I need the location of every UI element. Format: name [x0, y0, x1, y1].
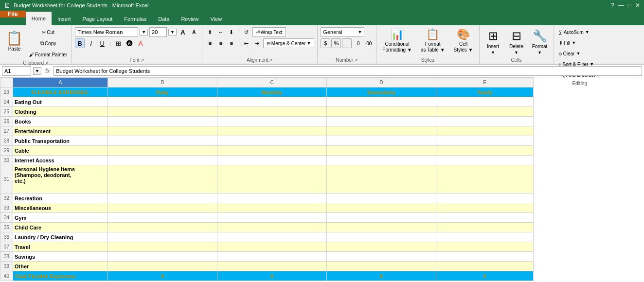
table-cell[interactable]: [436, 232, 534, 242]
table-cell[interactable]: Cable: [13, 146, 108, 156]
font-expand-icon[interactable]: ↗: [141, 58, 144, 63]
borders-button[interactable]: ⊞: [113, 38, 123, 48]
table-cell[interactable]: [217, 156, 327, 165]
table-cell[interactable]: [327, 242, 436, 252]
table-cell[interactable]: [327, 194, 436, 203]
table-cell[interactable]: Miscellaneous: [13, 203, 108, 213]
table-cell[interactable]: [436, 252, 534, 262]
tab-formulas[interactable]: Formulas: [118, 13, 152, 25]
table-cell[interactable]: [217, 194, 327, 203]
currency-button[interactable]: $: [321, 38, 330, 48]
table-cell[interactable]: [327, 97, 436, 107]
tab-review[interactable]: Review: [175, 13, 204, 25]
decrease-font-button[interactable]: A: [189, 27, 199, 37]
table-cell[interactable]: 0: [327, 271, 436, 281]
underline-button[interactable]: U: [97, 38, 107, 48]
table-cell[interactable]: [436, 107, 534, 117]
table-cell[interactable]: [217, 232, 327, 242]
col-header-e[interactable]: E: [436, 78, 534, 88]
table-cell[interactable]: [436, 165, 534, 194]
align-middle-button[interactable]: ↔: [216, 27, 226, 37]
table-cell[interactable]: [108, 97, 217, 107]
wrap-text-button[interactable]: ⏎ Wrap Text: [252, 27, 286, 37]
table-cell[interactable]: [327, 165, 436, 194]
tab-data[interactable]: Data: [152, 13, 175, 25]
table-cell[interactable]: [217, 262, 327, 271]
table-cell[interactable]: [327, 107, 436, 117]
italic-button[interactable]: I: [86, 38, 96, 48]
table-cell[interactable]: [327, 117, 436, 126]
table-cell[interactable]: [327, 146, 436, 156]
table-cell[interactable]: Yearly: [436, 88, 534, 97]
col-header-a[interactable]: A: [13, 78, 108, 88]
increase-font-button[interactable]: A: [178, 27, 188, 37]
table-cell[interactable]: [217, 126, 327, 136]
format-table-button[interactable]: 📋 Formatas Table ▼: [418, 27, 448, 54]
table-cell[interactable]: [217, 223, 327, 232]
tab-insert[interactable]: Insert: [52, 13, 77, 25]
align-left-button[interactable]: ≡: [205, 38, 215, 48]
table-cell[interactable]: [327, 252, 436, 262]
help-icon[interactable]: ?: [611, 2, 614, 9]
table-cell[interactable]: [436, 194, 534, 203]
fill-color-button[interactable]: 🅐: [125, 38, 134, 48]
align-center-button[interactable]: ≡: [216, 38, 226, 48]
file-tab[interactable]: File: [0, 11, 26, 18]
percent-button[interactable]: %: [331, 38, 341, 48]
table-cell[interactable]: Monthly: [217, 88, 327, 97]
spreadsheet-container[interactable]: A B C D E 23FLEXIBLE EXPENSES:DailyMonth…: [0, 77, 644, 282]
table-cell[interactable]: [108, 107, 217, 117]
decrease-indent-button[interactable]: ⇤: [242, 38, 251, 48]
table-cell[interactable]: Books: [13, 117, 108, 126]
col-header-d[interactable]: D: [327, 78, 436, 88]
cell-styles-button[interactable]: 🎨 CellStyles ▼: [451, 27, 476, 54]
table-cell[interactable]: [327, 136, 436, 146]
tab-home[interactable]: Home: [26, 12, 52, 25]
fill-button[interactable]: ⬇ Fill ▼: [557, 38, 578, 48]
increase-indent-button[interactable]: ⇥: [252, 38, 262, 48]
col-header-b[interactable]: B: [108, 78, 217, 88]
format-painter-button[interactable]: 🖌 Format Painter: [28, 50, 69, 59]
table-cell[interactable]: Daily: [108, 88, 217, 97]
col-header-c[interactable]: C: [217, 78, 327, 88]
table-cell[interactable]: [217, 213, 327, 223]
font-color-button[interactable]: A: [136, 38, 145, 48]
table-cell[interactable]: [436, 213, 534, 223]
table-cell[interactable]: [108, 252, 217, 262]
table-cell[interactable]: Savings: [13, 252, 108, 262]
clear-button[interactable]: ⎋ Clear ▼: [557, 49, 583, 58]
table-cell[interactable]: Total Flexible Expenses:: [13, 271, 108, 281]
table-cell[interactable]: [217, 146, 327, 156]
table-cell[interactable]: [327, 156, 436, 165]
table-cell[interactable]: FLEXIBLE EXPENSES:: [13, 88, 108, 97]
table-cell[interactable]: Laundry / Dry Cleaning: [13, 232, 108, 242]
table-cell[interactable]: [108, 117, 217, 126]
minimize-icon[interactable]: —: [618, 2, 624, 9]
table-cell[interactable]: Gym: [13, 213, 108, 223]
table-cell[interactable]: [108, 165, 217, 194]
table-cell[interactable]: [436, 126, 534, 136]
table-cell[interactable]: [327, 232, 436, 242]
table-cell[interactable]: [436, 262, 534, 271]
table-cell[interactable]: [217, 252, 327, 262]
table-cell[interactable]: [217, 136, 327, 146]
table-cell[interactable]: [327, 213, 436, 223]
table-cell[interactable]: [108, 213, 217, 223]
table-cell[interactable]: Other: [13, 262, 108, 271]
table-cell[interactable]: [108, 146, 217, 156]
table-cell[interactable]: [108, 156, 217, 165]
table-cell[interactable]: [108, 262, 217, 271]
align-bottom-button[interactable]: ⬇: [227, 27, 236, 37]
close-icon[interactable]: ✕: [635, 2, 640, 9]
table-cell[interactable]: [436, 242, 534, 252]
table-cell[interactable]: [108, 232, 217, 242]
table-cell[interactable]: [108, 223, 217, 232]
table-cell[interactable]: Public Transportation: [13, 136, 108, 146]
table-cell[interactable]: [436, 136, 534, 146]
table-cell[interactable]: [217, 165, 327, 194]
tab-page-layout[interactable]: Page Layout: [77, 13, 119, 25]
table-cell[interactable]: [108, 242, 217, 252]
table-cell[interactable]: [217, 203, 327, 213]
table-cell[interactable]: [217, 107, 327, 117]
font-size-dropdown-icon[interactable]: ▼: [168, 29, 177, 35]
